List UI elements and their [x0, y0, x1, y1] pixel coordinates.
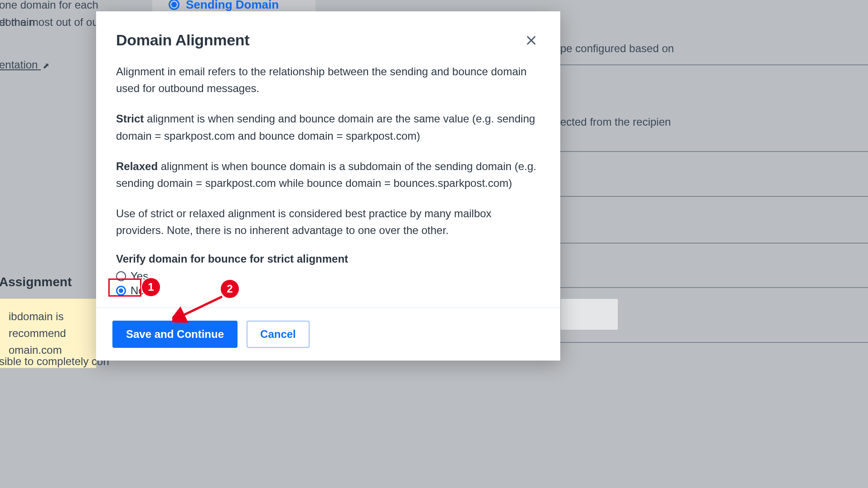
subaccount-assignment-heading: Assignment [0, 272, 72, 293]
radio-unchecked-icon [116, 271, 126, 281]
cancel-button[interactable]: Cancel [247, 321, 310, 348]
bg-text-fragment: pe configured based on [560, 40, 674, 57]
bg-input-placeholder [560, 298, 618, 330]
external-link-icon [43, 56, 50, 63]
verify-question-label: Verify domain for bounce for strict alig… [116, 253, 540, 265]
save-and-continue-button[interactable]: Save and Continue [112, 321, 238, 348]
info-line: ibdomain is recommend [9, 308, 87, 342]
modal-paragraph: Use of strict or relaxed alignment is co… [116, 205, 540, 239]
modal-title: Domain Alignment [116, 31, 249, 49]
modal-paragraph: Alignment in email refers to the relatio… [116, 63, 540, 97]
close-button[interactable] [522, 31, 540, 49]
modal-paragraph: Strict alignment is when sending and bou… [116, 110, 540, 144]
radio-option-yes[interactable]: Yes [116, 269, 540, 283]
domain-alignment-modal: Domain Alignment Alignment in email refe… [96, 11, 560, 361]
modal-paragraph: Relaxed alignment is when bounce domain … [116, 158, 540, 191]
radio-selected-icon [169, 0, 179, 10]
radio-yes-label: Yes [131, 270, 148, 283]
sending-domain-label: Sending Domain [186, 0, 279, 12]
radio-option-no[interactable]: No [116, 283, 540, 298]
bg-text-fragment: sible to completely con [0, 353, 109, 370]
radio-no-label: No [131, 284, 145, 297]
documentation-link[interactable]: entation [0, 59, 50, 71]
documentation-link-label: entation [0, 59, 38, 71]
modal-description: Alignment in email refers to the relatio… [116, 63, 540, 239]
sending-domain-radio[interactable]: Sending Domain [169, 0, 279, 12]
bg-text-fragment: ected from the recipien [560, 113, 671, 131]
close-icon [526, 35, 537, 46]
modal-footer: Save and Continue Cancel [96, 307, 560, 361]
radio-checked-icon [116, 286, 126, 296]
bg-text-fragment: et the most out of our s [0, 14, 110, 31]
